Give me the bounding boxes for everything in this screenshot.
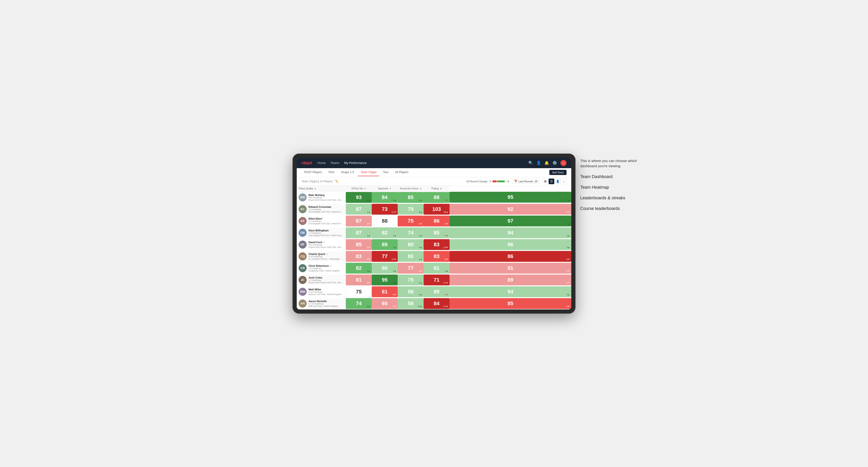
- score-change: +4▲: [366, 199, 370, 201]
- bar-red: [493, 181, 497, 182]
- table-row[interactable]: CRChris Robertson ✓1-5 HandicapCraigmill…: [297, 262, 571, 274]
- settings-icon[interactable]: ⚙️: [552, 161, 557, 165]
- nav-link-myperformance[interactable]: My Performance: [344, 160, 367, 165]
- score-box: 897▲: [372, 239, 398, 250]
- player-info-cell[interactable]: DBDave Billingham1-5 HandicapGog Magog G…: [297, 228, 346, 238]
- player-info-cell[interactable]: EEElliot Ebert1-5 HandicapSunningdale Go…: [297, 216, 346, 226]
- nav-link-home[interactable]: Home: [317, 160, 326, 165]
- score-value: 85: [507, 301, 513, 307]
- tab-pga[interactable]: PGA: [326, 168, 337, 176]
- table-row[interactable]: ANAaron Nicholls11-15 HandicapDrift Golf…: [297, 298, 571, 309]
- annotation-item: Team Dashboard: [580, 174, 651, 180]
- nav-link-teams[interactable]: Teams: [331, 160, 339, 165]
- player-name: Blair McHarg: [309, 194, 344, 196]
- player-info-cell[interactable]: JCJosh Coles1-5 HandicapRoyal North Devo…: [297, 275, 346, 285]
- player-handicap: Plus Handicap: [309, 196, 344, 199]
- change-bar: [493, 181, 505, 182]
- table-row[interactable]: ECEdward Crossman1-5 HandicapSunningdale…: [297, 203, 571, 215]
- table-row[interactable]: EEElliot Ebert1-5 HandicapSunningdale Go…: [297, 215, 571, 227]
- score-box: 943▲: [450, 286, 571, 297]
- player-text-info: Josh Coles1-5 HandicapRoyal North Devon …: [309, 276, 344, 284]
- player-name: Chris Robertson ✓: [309, 264, 340, 267]
- score-cell: 73-11▼: [372, 203, 398, 215]
- edit-icon[interactable]: ✏️: [335, 180, 339, 183]
- score-change: -1▼: [392, 305, 396, 308]
- score-box: 77-3▼: [398, 263, 424, 274]
- player-name: Matt Miller: [309, 288, 342, 291]
- top-nav: clippd Home Teams My Performance 🔍 👤 🔔 ⚙…: [297, 158, 571, 168]
- avatar[interactable]: U: [560, 160, 566, 166]
- player-text-info: Edward Crossman1-5 HandicapSunningdale G…: [309, 206, 344, 213]
- score-box: 85-3▼: [346, 239, 372, 250]
- person-icon[interactable]: 👤: [536, 161, 541, 165]
- player-info-cell[interactable]: ECEdward Crossman1-5 HandicapSunningdale…: [297, 204, 346, 214]
- score-value: 97: [507, 218, 513, 224]
- player-handicap: Plus Handicap: [309, 244, 344, 246]
- player-handicap: 1-5 Handicap: [309, 267, 340, 270]
- player-info-cell[interactable]: CRChris Robertson ✓1-5 HandicapCraigmill…: [297, 263, 346, 273]
- nav-logo: clippd: [302, 161, 312, 165]
- score-change: 1▲: [419, 235, 422, 237]
- table-row[interactable]: DFDavid Ford ✓Plus HandicapRoyal North D…: [297, 239, 571, 250]
- bell-icon[interactable]: 🔔: [545, 161, 549, 165]
- tab-hcaps-1-5[interactable]: Hcaps 1-5: [338, 168, 357, 176]
- add-team-button[interactable]: Add Team: [549, 170, 566, 175]
- score-value: 80: [408, 242, 413, 248]
- score-box: 959▲: [450, 192, 571, 203]
- player-club: Gog Magog Golf Club, United Kingdom: [309, 234, 344, 237]
- view-person-icon[interactable]: 👤: [555, 179, 560, 184]
- score-change: 6▲: [393, 199, 396, 201]
- player-cell-container: EEElliot Ebert1-5 HandicapSunningdale Go…: [297, 215, 346, 227]
- search-icon[interactable]: 🔍: [528, 161, 533, 165]
- player-handicap: 1-5 Handicap: [309, 232, 344, 234]
- player-info-cell[interactable]: CQCharlie Quick ✓6-10 HandicapSt. George…: [297, 251, 346, 261]
- score-value: 77: [382, 253, 388, 259]
- table-row[interactable]: DBDave Billingham1-5 HandicapGog Magog G…: [297, 227, 571, 239]
- tab-pgat-players[interactable]: PGAT Players: [302, 168, 325, 176]
- tab-team-clippd[interactable]: Team Clippd: [358, 168, 379, 176]
- last-rounds-button[interactable]: 📅 Last Rounds: 20: [512, 179, 540, 184]
- score-cell: 92-3▼: [450, 203, 571, 215]
- score-change: -3▼: [566, 270, 570, 272]
- view-download-icon[interactable]: ↓: [561, 179, 566, 184]
- player-info-cell[interactable]: ANAaron Nicholls11-15 HandicapDrift Golf…: [297, 299, 346, 309]
- score-value: 83: [434, 242, 439, 248]
- score-change: 9▲: [419, 211, 422, 213]
- score-box: 86-8▼: [450, 251, 571, 262]
- score-box: 83-3▼: [346, 251, 372, 262]
- player-name: Charlie Quick ✓: [309, 253, 344, 255]
- player-info-cell[interactable]: DFDavid Ford ✓Plus HandicapRoyal North D…: [297, 240, 346, 250]
- score-box: 93+4▲: [346, 192, 372, 203]
- tab-all-players[interactable]: All Players: [392, 168, 411, 176]
- table-row[interactable]: BMBlair McHargPlus HandicapRoyal North D…: [297, 191, 571, 203]
- view-grid-icon[interactable]: ⊞: [542, 179, 548, 184]
- table-row[interactable]: JCJosh Coles1-5 HandicapRoyal North Devo…: [297, 274, 571, 286]
- view-list-icon[interactable]: ☰: [549, 179, 554, 184]
- calendar-icon: 📅: [514, 180, 518, 183]
- score-cell: 5810▲: [398, 298, 424, 309]
- score-value: 89: [382, 242, 388, 248]
- score-cell: 584▲: [398, 286, 424, 298]
- player-info-cell[interactable]: BMBlair McHargPlus HandicapRoyal North D…: [297, 192, 346, 203]
- score-box: 88: [372, 216, 398, 226]
- table-row[interactable]: MMMatt Miller6-10 HandicapWoburn Golf Cl…: [297, 286, 571, 298]
- tab-tour[interactable]: Tour: [380, 168, 391, 176]
- player-text-info: Elliot Ebert1-5 HandicapSunningdale Golf…: [309, 217, 344, 225]
- player-avatar: EE: [299, 217, 307, 225]
- score-cell: 83-10▼: [424, 239, 450, 250]
- player-info-cell[interactable]: MMMatt Miller6-10 HandicapWoburn Golf Cl…: [297, 287, 346, 297]
- score-change: 1▲: [566, 235, 570, 237]
- player-avatar: JC: [299, 276, 307, 284]
- col-approach: Approach ▼: [372, 186, 398, 191]
- score-cell: 803▲: [398, 239, 424, 250]
- view-icons: ⊞ ☰ 👤 ↓: [542, 179, 566, 184]
- score-box: 86-6▼: [424, 216, 450, 226]
- player-handicap: 11-15 Handicap: [309, 303, 338, 305]
- score-box: 84-21▼: [424, 298, 450, 309]
- score-change: -3▼: [366, 223, 370, 225]
- score-change: 15▲: [444, 211, 448, 213]
- score-cell: 86-6▼: [424, 215, 450, 227]
- player-cell-container: JCJosh Coles1-5 HandicapRoyal North Devo…: [297, 274, 346, 286]
- table-row[interactable]: CQCharlie Quick ✓6-10 HandicapSt. George…: [297, 250, 571, 262]
- score-value: 77: [408, 265, 413, 271]
